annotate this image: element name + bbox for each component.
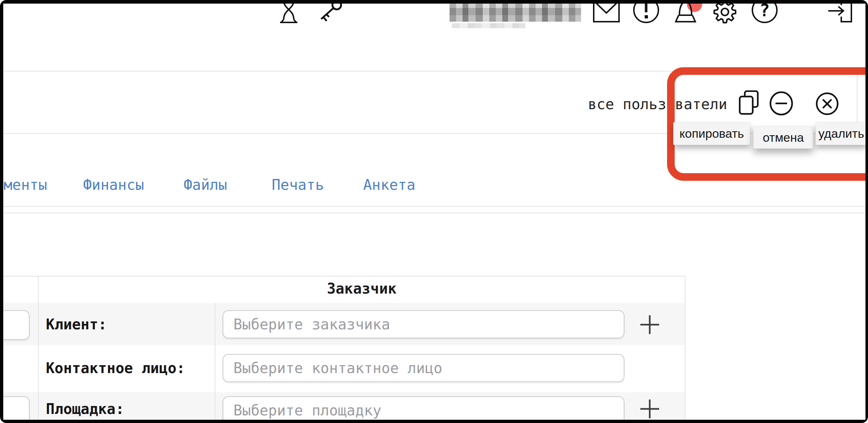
- mail-icon[interactable]: [593, 1, 620, 23]
- panel-top-border: [3, 276, 686, 277]
- screenshot-frame-left: [0, 0, 3, 423]
- tab-survey[interactable]: Анкета: [363, 176, 416, 193]
- screenshot-frame-bottom: [0, 420, 868, 423]
- tab-finances[interactable]: Финансы: [83, 176, 144, 193]
- blurred-username-subline: [452, 23, 525, 28]
- copy-icon[interactable]: [739, 90, 760, 116]
- panel-right-border: [685, 276, 686, 420]
- close-icon[interactable]: [815, 92, 839, 116]
- screenshot-frame-top: [0, 0, 868, 4]
- tabs-divider-2: [3, 213, 865, 213]
- contact-person-label: Контактное лицо:: [46, 360, 185, 376]
- tabs-divider-1: [3, 206, 865, 207]
- client-label: Клиент:: [46, 316, 107, 333]
- add-client-button[interactable]: [640, 315, 659, 334]
- site-label: Площадка:: [46, 401, 124, 417]
- customer-panel-title: Заказчик: [38, 280, 686, 297]
- minimize-icon[interactable]: [769, 91, 794, 116]
- left-cutoff-input-2[interactable]: [0, 396, 30, 423]
- delete-tooltip: удалить: [816, 122, 867, 145]
- copy-tooltip: копировать: [673, 122, 750, 145]
- add-site-button[interactable]: [640, 399, 659, 419]
- panel-label-divider: [215, 303, 215, 420]
- screenshot-frame-right: [865, 0, 868, 423]
- logout-icon[interactable]: [827, 1, 853, 23]
- left-cutoff-input-1[interactable]: [0, 310, 30, 340]
- tab-print[interactable]: Печать: [272, 176, 324, 193]
- cancel-tooltip: отмена: [753, 126, 813, 149]
- app-window: ? все пользователи копировать о: [0, 0, 868, 423]
- tab-documents-cut[interactable]: менты: [4, 176, 47, 193]
- blurred-username: [450, 2, 581, 22]
- site-select-input[interactable]: [223, 396, 624, 423]
- contact-person-select-input[interactable]: [223, 354, 624, 382]
- alert-icon[interactable]: [632, 1, 661, 24]
- tab-files[interactable]: Файлы: [184, 176, 227, 193]
- panel-left-border: [38, 276, 39, 420]
- client-select-input[interactable]: [223, 310, 624, 338]
